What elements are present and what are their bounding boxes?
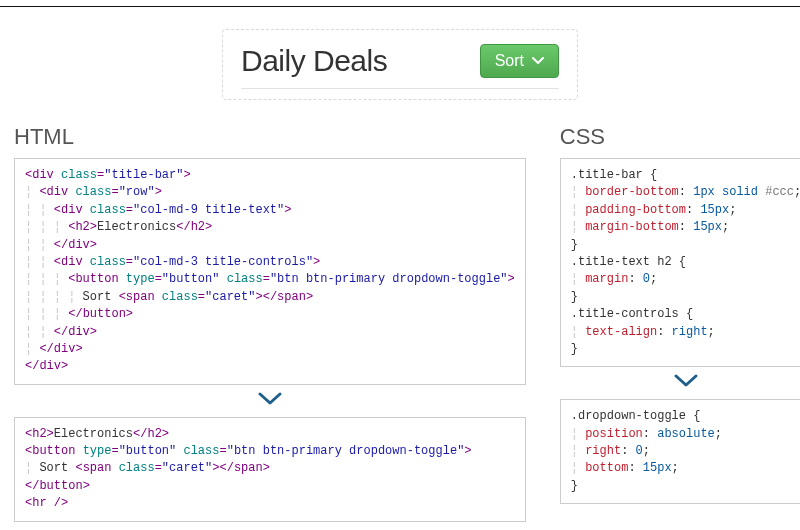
- title-bar: Daily Deals Sort: [241, 44, 559, 89]
- chevron-down-icon: [14, 385, 526, 417]
- html-heading: HTML: [14, 124, 526, 150]
- sort-button[interactable]: Sort: [480, 44, 559, 78]
- html-column: HTML <div class="title-bar"> ¦ <div clas…: [14, 118, 526, 522]
- css-before-codebox: .title-bar { ¦ border-bottom: 1px solid …: [560, 158, 800, 367]
- css-after-codebox: .dropdown-toggle { ¦ position: absolute;…: [560, 399, 800, 504]
- hero-container: Daily Deals Sort: [0, 7, 800, 118]
- columns: HTML <div class="title-bar"> ¦ <div clas…: [0, 118, 800, 530]
- html-before-codebox: <div class="title-bar"> ¦ <div class="ro…: [14, 158, 526, 385]
- css-heading: CSS: [560, 124, 800, 150]
- page-title: Daily Deals: [241, 44, 387, 78]
- css-column: CSS .title-bar { ¦ border-bottom: 1px so…: [560, 118, 800, 522]
- html-after-codebox: <h2>Electronics</h2> <button type="butto…: [14, 417, 526, 522]
- sort-button-label: Sort: [495, 52, 524, 70]
- preview-card: Daily Deals Sort: [222, 29, 578, 100]
- top-rule: [0, 0, 800, 7]
- chevron-down-icon: [532, 57, 544, 65]
- chevron-down-icon: [560, 367, 800, 399]
